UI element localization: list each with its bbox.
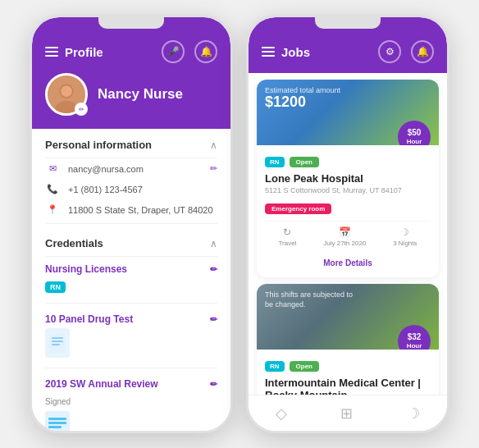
job-1-travel: ↻ Travel	[278, 226, 296, 247]
job-1-name: Lone Peak Hospital	[265, 172, 431, 185]
svg-rect-11	[48, 426, 62, 428]
divider-1	[45, 223, 217, 224]
location-icon: 📍	[45, 204, 60, 215]
nav-moon[interactable]: ☽	[407, 405, 420, 423]
hour-badge-value-1: $50	[408, 128, 422, 138]
chevron-up-icon[interactable]: ∧	[210, 139, 217, 151]
profile-header: Profile 🎤 🔔	[32, 17, 230, 129]
annual-review-label: 2019 SW Annual Review	[45, 378, 158, 390]
nav-home[interactable]: ◇	[276, 405, 287, 423]
bell-icon[interactable]: 🔔	[194, 40, 217, 63]
personal-info-title: Personal information	[45, 139, 152, 151]
job-card-1-body: RN Open Lone Peak Hospital 5121 S Cotton…	[257, 145, 439, 277]
job-1-date: 📅 July 27th 2020	[323, 226, 366, 247]
phone-notch-2	[315, 17, 381, 29]
profile-topbar: Profile 🎤 🔔	[45, 40, 217, 63]
jobs-topbar: Jobs ⚙ 🔔	[262, 40, 434, 63]
hour-label-1: Hour	[407, 138, 422, 145]
job-1-emergency-tag: Emergency room	[265, 203, 331, 214]
rn-badge: RN	[45, 281, 66, 293]
credentials-chevron-icon[interactable]: ∧	[210, 238, 217, 249]
svg-rect-5	[52, 337, 63, 339]
svg-rect-4	[49, 333, 66, 353]
credentials-title: Credentials	[45, 237, 103, 249]
jobs-topbar-left: Jobs	[262, 45, 310, 59]
hamburger-icon[interactable]	[45, 47, 58, 57]
nursing-licenses-label-row: Nursing Licenses ✏	[45, 263, 217, 275]
drug-test-label: 10 Panel Drug Test	[45, 313, 133, 325]
svg-rect-10	[48, 422, 66, 424]
amount-value-1: $1200	[265, 94, 340, 111]
bottom-nav: ◇ ⊞ ☽	[249, 395, 447, 431]
phone-icon: 📞	[45, 184, 60, 194]
job-1-info-row: ↻ Travel 📅 July 27th 2020 ☽ 3 Nights	[265, 221, 431, 252]
svg-rect-9	[48, 418, 66, 420]
calendar-icon: 📅	[339, 226, 351, 238]
personal-info-section: Personal information ∧	[45, 129, 217, 158]
nights-text: 3 Nights	[393, 240, 417, 247]
job-1-open-tag: Open	[290, 157, 319, 167]
job-card-2-image: This shifts are subjected to be changed.…	[257, 284, 439, 350]
job-2-rn-tag: RN	[265, 361, 285, 372]
job-amount-badge-1: Estimated total amount $1200	[265, 86, 340, 111]
credentials-section: Credentials ∧	[45, 227, 217, 257]
email-edit-icon[interactable]: ✏	[210, 163, 217, 174]
profile-body: Personal information ∧ ✉ nancy@nursa.com…	[32, 129, 230, 431]
jobs-title: Jobs	[281, 45, 310, 59]
annual-review-edit-icon[interactable]: ✏	[210, 379, 217, 390]
travel-icon: ↻	[283, 226, 291, 238]
doc-icon	[45, 328, 70, 358]
jobs-hamburger-icon[interactable]	[262, 47, 275, 57]
drug-test-item: 10 Panel Drug Test ✏	[45, 307, 217, 364]
topbar-left: Profile	[45, 45, 103, 59]
profile-user-row: ✏ Nancy Nurse	[45, 73, 217, 116]
svg-point-3	[61, 85, 71, 96]
nursing-licenses-item: Nursing Licenses ✏ RN	[45, 257, 217, 299]
profile-title: Profile	[65, 45, 103, 59]
filter-icon[interactable]: ⚙	[378, 40, 401, 63]
file-icon: FILE	[45, 411, 70, 431]
nursing-edit-icon[interactable]: ✏	[210, 264, 217, 275]
job-1-address: 5121 S Cottonwood St, Murray, UT 84107	[265, 186, 431, 194]
topbar-icons: 🎤 🔔	[162, 40, 217, 63]
shift-notice: This shifts are subjected to be changed.	[265, 290, 355, 309]
date-text: July 27th 2020	[323, 240, 366, 247]
job-card-1: Estimated total amount $1200 $50 Hour RN…	[257, 80, 439, 277]
more-details-link[interactable]: More Details	[265, 255, 431, 271]
phone-notch	[98, 17, 164, 29]
night-icon: ☽	[400, 226, 409, 238]
jobs-bell-icon[interactable]: 🔔	[411, 40, 434, 63]
jobs-body: Estimated total amount $1200 $50 Hour RN…	[249, 73, 447, 431]
nursing-licenses-label: Nursing Licenses	[45, 263, 127, 275]
avatar-edit-icon[interactable]: ✏	[75, 103, 88, 116]
address-row: 📍 11800 S State St, Draper, UT 84020	[45, 199, 217, 220]
annual-review-label-row: 2019 SW Annual Review ✏	[45, 378, 217, 390]
jobs-screen: Jobs ⚙ 🔔 Estimated total amount	[249, 17, 447, 431]
microphone-icon[interactable]: 🎤	[162, 40, 185, 63]
job-card-1-image: Estimated total amount $1200 $50 Hour	[257, 80, 439, 145]
profile-phone: Profile 🎤 🔔	[30, 15, 233, 433]
hour-badge-value-2: $32	[408, 332, 422, 342]
jobs-phone: Jobs ⚙ 🔔 Estimated total amount	[246, 15, 449, 433]
drug-test-edit-icon[interactable]: ✏	[210, 314, 217, 325]
email-icon: ✉	[45, 163, 60, 174]
nav-calendar[interactable]: ⊞	[340, 405, 353, 423]
travel-text: Travel	[278, 240, 296, 247]
drug-test-label-row: 10 Panel Drug Test ✏	[45, 313, 217, 325]
job-1-rn-tag: RN	[265, 157, 285, 167]
job-1-tags: RN Open	[265, 157, 431, 167]
svg-rect-7	[52, 344, 60, 345]
annual-review-status: Signed	[45, 397, 71, 406]
divider-2	[45, 303, 217, 304]
user-name: Nancy Nurse	[98, 86, 183, 103]
email-value: nancy@nursa.com	[68, 164, 202, 174]
profile-screen: Profile 🎤 🔔	[32, 17, 230, 431]
job-2-tags: RN Open	[265, 361, 431, 372]
jobs-topbar-icons: ⚙ 🔔	[378, 40, 434, 63]
svg-rect-6	[52, 341, 63, 342]
phone-row: 📞 +1 (801) 123-4567	[45, 179, 217, 199]
divider-3	[45, 368, 217, 368]
hour-label-2: Hour	[407, 342, 422, 350]
phone-value: +1 (801) 123-4567	[68, 185, 217, 194]
address-value: 11800 S State St, Draper, UT 84020	[68, 205, 217, 215]
